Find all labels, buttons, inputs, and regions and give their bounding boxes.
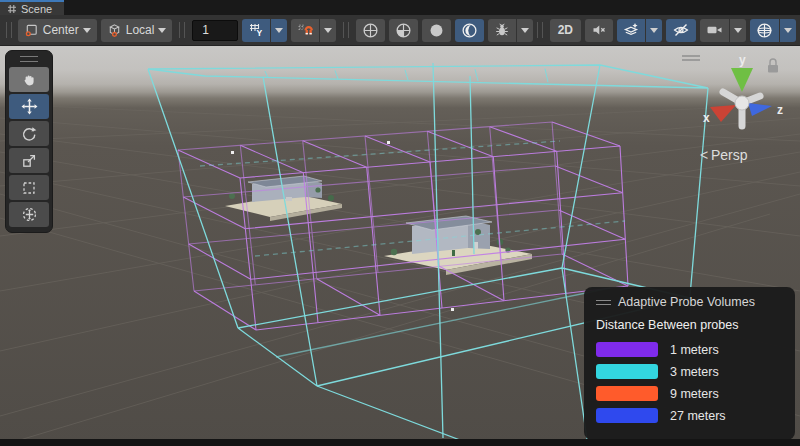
pivot-mode-label: Center: [43, 23, 79, 37]
toolbar-separator: [537, 22, 543, 38]
debug-group: [488, 19, 533, 42]
tool-palette-drag-handle[interactable]: [20, 56, 38, 62]
bug-icon: [494, 22, 510, 38]
move-icon: [21, 98, 38, 115]
toolbar-drag-handle[interactable]: [6, 22, 12, 38]
snap-settings-dropdown[interactable]: [320, 19, 336, 42]
chevron-down-icon: [83, 28, 91, 33]
chevron-down-icon: [275, 28, 283, 33]
orientation-label: Local: [126, 23, 155, 37]
scene-3d-viewport[interactable]: y x z < Persp: [0, 46, 800, 446]
scene-lighting-button[interactable]: [455, 19, 484, 42]
grid-size-input[interactable]: [192, 20, 238, 41]
chevron-down-icon: [784, 28, 792, 33]
orientation-dropdown[interactable]: Local: [101, 19, 173, 42]
snap-magnet-toggle[interactable]: [291, 19, 319, 42]
legend-swatch: [596, 342, 658, 357]
pivot-center-icon: [24, 23, 39, 38]
chevron-down-icon: [734, 28, 742, 33]
sphere-quadrant-icon: [395, 22, 412, 39]
transform-icon: [21, 206, 38, 223]
rotate-icon: [21, 126, 37, 142]
2d-mode-toggle[interactable]: 2D: [550, 19, 581, 42]
visibility-off-icon: [672, 22, 690, 38]
effects-dropdown[interactable]: [646, 19, 662, 42]
camera-dropdown[interactable]: [730, 19, 746, 42]
grid-hash-icon: [7, 4, 17, 14]
projection-toggle[interactable]: < Persp: [700, 147, 748, 163]
viewport-bottom-edge: [0, 439, 800, 446]
grid-snap-y-icon: Y: [248, 22, 264, 38]
legend-item: 9 meters: [596, 386, 783, 401]
tab-scene[interactable]: Scene: [0, 0, 64, 15]
persp-arrow-icon: <: [700, 147, 708, 163]
gizmo-sphere-icon: [756, 22, 773, 39]
moon-icon: [461, 22, 478, 39]
legend-label: 27 meters: [670, 409, 726, 423]
grid-snap-group: Y: [242, 19, 287, 42]
legend-label: 1 meters: [670, 343, 719, 357]
legend-swatch: [596, 364, 658, 379]
gizmos-group: [750, 19, 796, 42]
camera-settings-button[interactable]: [700, 19, 729, 42]
snap-magnet-icon: [297, 22, 313, 38]
projection-label: Persp: [711, 147, 748, 163]
z-axis-label: z: [777, 103, 783, 117]
audio-mute-toggle[interactable]: [585, 19, 613, 42]
sphere-outline-icon: [362, 22, 379, 39]
sphere-filled-button[interactable]: [422, 19, 451, 42]
gizmos-dropdown[interactable]: [780, 19, 796, 42]
grid-snap-toggle[interactable]: Y: [242, 19, 270, 42]
chevron-down-icon: [158, 28, 166, 33]
tab-bar: Scene: [0, 0, 800, 15]
effects-group: [617, 19, 662, 42]
tool-rect[interactable]: [9, 175, 49, 200]
rect-tool-icon: [21, 180, 37, 196]
sphere-filled-icon: [428, 22, 445, 39]
tab-label: Scene: [21, 3, 52, 15]
gizmos-toggle[interactable]: [750, 19, 779, 42]
tool-scale[interactable]: [9, 148, 49, 173]
camera-group: [700, 19, 746, 42]
grid-snap-dropdown[interactable]: [271, 19, 287, 42]
legend-item: 1 meters: [596, 342, 783, 357]
debug-validator-button[interactable]: [488, 19, 516, 42]
tool-palette-overlay: [5, 50, 53, 233]
svg-text:Y: Y: [257, 28, 263, 38]
x-axis-label: x: [703, 111, 710, 125]
tool-view-hand[interactable]: [9, 67, 49, 92]
snap-settings-group: [291, 19, 336, 42]
orientation-local-cube-icon: [107, 23, 122, 38]
toolbar-separator: [179, 22, 185, 38]
tool-rotate[interactable]: [9, 121, 49, 146]
debug-dropdown[interactable]: [517, 19, 533, 42]
2d-label: 2D: [556, 23, 575, 37]
legend-label: 9 meters: [670, 387, 719, 401]
y-axis-label: y: [739, 53, 746, 67]
pivot-mode-dropdown[interactable]: Center: [18, 19, 97, 42]
chevron-down-icon: [521, 28, 529, 33]
scene-toolbar: Center Local Y: [0, 15, 800, 46]
effects-layers-icon: [623, 22, 639, 38]
toolbar-separator: [343, 22, 349, 38]
effects-toggle[interactable]: [617, 19, 645, 42]
legend-subtitle: Distance Between probes: [596, 318, 783, 332]
unity-scene-window: Scene Center Local: [0, 0, 800, 446]
tool-move[interactable]: [9, 94, 49, 119]
panel-drag-handle-icon[interactable]: [596, 300, 611, 305]
scene-visibility-toggle[interactable]: [666, 19, 696, 42]
panel-title: Adaptive Probe Volumes: [618, 295, 755, 309]
audio-mute-icon: [591, 22, 607, 38]
adaptive-probe-volumes-panel[interactable]: Adaptive Probe Volumes Distance Between …: [584, 287, 795, 440]
chevron-down-icon: [324, 28, 332, 33]
sphere-quadrant-button[interactable]: [389, 19, 418, 42]
hand-icon: [21, 72, 37, 88]
legend-swatch: [596, 408, 658, 423]
tool-transform[interactable]: [9, 202, 49, 227]
chevron-down-icon: [650, 28, 658, 33]
sphere-outline-button[interactable]: [356, 19, 385, 42]
legend-item: 3 meters: [596, 364, 783, 379]
scale-icon: [21, 153, 37, 169]
gizmo-center-cube[interactable]: [735, 96, 749, 110]
legend-item: 27 meters: [596, 408, 783, 423]
